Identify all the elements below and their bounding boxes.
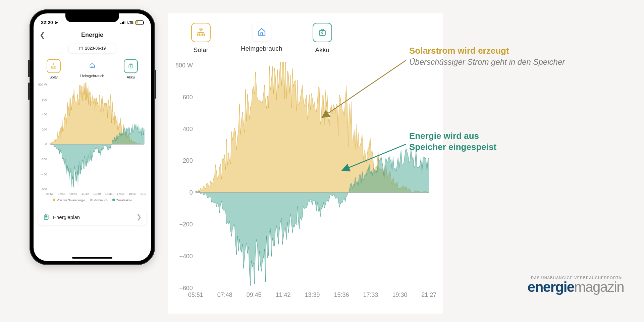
svg-text:−600: −600: [40, 187, 47, 191]
tab-solar[interactable]: Solar: [47, 59, 61, 79]
brand-light: magazin: [574, 279, 624, 295]
solar-panel-icon: [50, 63, 57, 69]
svg-text:0: 0: [45, 143, 47, 146]
svg-text:−200: −200: [179, 221, 193, 228]
svg-text:11:42: 11:42: [276, 291, 291, 298]
back-button[interactable]: ❮: [40, 31, 45, 39]
svg-text:05:51: 05:51: [188, 291, 203, 298]
annotation-solar: Solarstrom wird erzeugt Überschüssiger S…: [409, 46, 565, 67]
svg-text:19:30: 19:30: [392, 291, 408, 298]
main-panel: Solar Heimgebrauch Akku −600−400−2000200…: [168, 13, 443, 314]
status-time: 22:20: [41, 20, 53, 25]
home-indicator: [72, 257, 112, 259]
svg-text:800 W: 800 W: [38, 83, 47, 86]
svg-text:09:45: 09:45: [247, 291, 262, 298]
tab-akku[interactable]: Akku: [124, 59, 138, 79]
annotation-solar-head: Solarstrom wird erzeugt: [409, 46, 565, 56]
svg-text:−400: −400: [40, 173, 47, 176]
svg-text:13:39: 13:39: [305, 291, 320, 298]
svg-text:0: 0: [190, 189, 193, 196]
battery-icon: [136, 20, 144, 25]
svg-text:17:33: 17:33: [117, 192, 124, 196]
chevron-right-icon: ❯: [137, 213, 142, 221]
big-tab-solar[interactable]: Solar: [191, 23, 211, 54]
svg-text:13:39: 13:39: [93, 192, 101, 196]
tab-heimgebrauch[interactable]: Heimgebrauch: [80, 59, 104, 79]
svg-text:21:27: 21:27: [141, 192, 146, 196]
annotation-solar-sub: Überschüssiger Strom geht in den Speiche…: [409, 57, 565, 67]
svg-text:600: 600: [42, 98, 47, 101]
svg-text:05:51: 05:51: [46, 192, 54, 196]
legend-solar: Von der Solarenergie: [57, 199, 85, 202]
big-tab-akku[interactable]: Akku: [313, 23, 332, 54]
svg-text:07:48: 07:48: [217, 291, 232, 298]
svg-rect-0: [79, 47, 83, 50]
svg-point-4: [53, 64, 54, 65]
svg-text:09:45: 09:45: [69, 192, 77, 196]
svg-text:19:30: 19:30: [128, 192, 136, 196]
svg-text:200: 200: [183, 157, 193, 164]
svg-text:−200: −200: [40, 158, 47, 161]
signal-icon: [120, 21, 125, 24]
svg-text:17:33: 17:33: [363, 291, 378, 298]
home-icon: [257, 27, 267, 37]
calendar-icon: [79, 46, 83, 51]
tab-akku-label: Akku: [127, 75, 135, 79]
big-energy-chart: −600−400−2000200400600800 W05:5107:4809:…: [174, 62, 436, 302]
clipboard-icon: [43, 214, 50, 220]
legend-verbrauch: Verbrauch: [94, 199, 108, 202]
annotation-battery-head: Energie wird aus: [409, 131, 496, 141]
svg-line-44: [202, 28, 202, 29]
svg-text:21:27: 21:27: [422, 291, 436, 298]
battery-icon: [127, 63, 134, 69]
big-tab-akku-label: Akku: [315, 46, 329, 54]
svg-text:−600: −600: [179, 285, 193, 291]
svg-text:15:36: 15:36: [105, 192, 113, 196]
mini-energy-chart: −600−400−2000200400600800 W05:5107:4809:…: [38, 83, 146, 197]
svg-rect-50: [321, 29, 324, 31]
brand-logo: DAS UNABHÄNGIGE VERBRAUCHERPORTAL energi…: [528, 276, 624, 295]
svg-text:15:36: 15:36: [334, 291, 349, 298]
svg-text:600: 600: [183, 94, 193, 101]
home-icon: [89, 62, 96, 69]
svg-text:11:42: 11:42: [82, 192, 89, 196]
svg-line-43: [200, 28, 200, 29]
date-picker[interactable]: 2023-06-19: [69, 44, 116, 53]
phone-mockup: 22:20 ➤ LTE ❮ Energie 2023-06-19 Solar: [30, 9, 155, 265]
battery-icon: [317, 28, 327, 38]
svg-text:07:48: 07:48: [58, 192, 65, 196]
annotation-battery-sub: Speicher eingespeist: [409, 142, 496, 152]
svg-text:400: 400: [42, 113, 47, 116]
svg-point-38: [200, 29, 202, 31]
date-value: 2023-06-19: [85, 46, 106, 51]
annotation-battery: Energie wird aus Speicher eingespeist: [409, 131, 496, 153]
tab-heim-label: Heimgebrauch: [80, 74, 104, 78]
energieplan-button[interactable]: Energieplan ❯: [38, 209, 146, 225]
svg-text:400: 400: [183, 126, 193, 132]
big-tab-heim-label: Heimgebrauch: [241, 45, 282, 52]
svg-text:800 W: 800 W: [175, 62, 193, 69]
network-label: LTE: [127, 21, 133, 24]
tab-solar-label: Solar: [49, 75, 58, 79]
page-title: Energie: [81, 32, 103, 39]
plan-label: Energieplan: [53, 214, 80, 220]
chart-legend: Von der Solarenergie Verbrauch Zusatzakk…: [34, 197, 151, 205]
solar-panel-icon: [196, 28, 206, 38]
big-tab-heimgebrauch[interactable]: Heimgebrauch: [241, 23, 282, 54]
big-tab-solar-label: Solar: [194, 46, 208, 54]
brand-bold: energie: [528, 279, 574, 295]
legend-zusatz: Zusatzakku: [116, 199, 132, 202]
svg-text:−400: −400: [179, 253, 193, 260]
svg-rect-14: [130, 64, 131, 65]
svg-rect-12: [92, 66, 93, 68]
svg-text:200: 200: [42, 128, 47, 131]
